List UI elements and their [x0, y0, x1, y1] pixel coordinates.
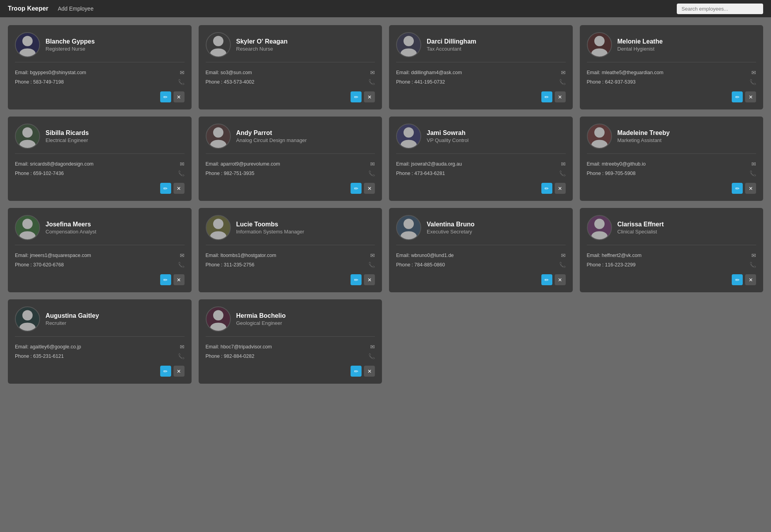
phone-row: Phone : 583-749-7198 📞	[15, 79, 185, 85]
employee-card: Clarissa Effnert Clinical Specialist Ema…	[580, 208, 764, 292]
employee-card: Valentina Bruno Executive Secretary Emai…	[389, 208, 573, 292]
add-employee-button[interactable]: Add Employee	[58, 5, 93, 12]
delete-button[interactable]: ✕	[174, 91, 185, 102]
phone-icon: 📞	[559, 262, 566, 268]
delete-button[interactable]: ✕	[745, 91, 756, 102]
delete-button[interactable]: ✕	[364, 274, 375, 285]
employee-name: Valentina Bruno	[427, 220, 475, 229]
phone-value: Phone : 441-195-0732	[396, 79, 445, 85]
employee-name: Andy Parrot	[236, 129, 307, 137]
delete-button[interactable]: ✕	[174, 366, 185, 377]
employee-title: Registered Nurse	[46, 46, 95, 52]
email-row: Email: jsowrah2@auda.org.au ✉	[396, 161, 566, 167]
edit-button[interactable]: ✏	[351, 91, 362, 102]
email-value: Email: wbruno0@lund1.de	[396, 253, 454, 258]
employee-name: Blanche Gyppes	[46, 38, 95, 46]
edit-button[interactable]: ✏	[351, 274, 362, 285]
phone-value: Phone : 311-235-2756	[206, 262, 254, 268]
avatar	[15, 306, 40, 332]
edit-button[interactable]: ✏	[160, 366, 171, 377]
phone-icon: 📞	[368, 353, 375, 359]
delete-button[interactable]: ✕	[745, 274, 756, 285]
delete-button[interactable]: ✕	[364, 366, 375, 377]
svg-point-14	[594, 128, 604, 138]
svg-point-25	[19, 322, 35, 331]
email-icon: ✉	[751, 161, 756, 167]
phone-value: Phone : 635-231-6121	[15, 353, 64, 359]
card-header: Skyler O' Reagan Research Nurse	[206, 32, 375, 57]
card-actions: ✏ ✕	[15, 274, 185, 285]
card-header: Andy Parrot Analog Circuit Design manage…	[206, 124, 375, 149]
employee-card: Skyler O' Reagan Research Nurse Email: s…	[199, 25, 382, 109]
card-details: Email: bgyppes0@shinystat.com ✉ Phone : …	[15, 69, 185, 85]
email-row: Email: agaitley6@google.co.jp ✉	[15, 344, 185, 350]
card-info: Skyler O' Reagan Research Nurse	[236, 38, 288, 52]
svg-point-4	[404, 36, 414, 46]
phone-value: Phone : 969-705-5908	[587, 171, 636, 176]
card-details: Email: jsowrah2@auda.org.au ✉ Phone : 47…	[396, 161, 566, 177]
edit-button[interactable]: ✏	[351, 366, 362, 377]
avatar	[587, 32, 612, 57]
avatar	[587, 124, 612, 149]
edit-button[interactable]: ✏	[541, 183, 552, 194]
divider	[206, 62, 375, 62]
phone-icon: 📞	[368, 79, 375, 85]
employee-title: Dental Hygienist	[618, 46, 663, 52]
card-info: Blanche Gyppes Registered Nurse	[46, 38, 95, 52]
card-details: Email: hboc7@tripadvisor.com ✉ Phone : 9…	[206, 344, 375, 359]
phone-icon: 📞	[178, 170, 185, 177]
phone-value: Phone : 982-751-3935	[206, 171, 254, 176]
divider	[15, 62, 185, 62]
card-details: Email: wbruno0@lund1.de ✉ Phone : 784-88…	[396, 252, 566, 268]
divider	[587, 153, 756, 154]
app-brand: Troop Keeper	[8, 5, 48, 12]
divider	[396, 62, 566, 62]
email-row: Email: heffnert2@vk.com ✉	[587, 252, 756, 259]
delete-button[interactable]: ✕	[174, 183, 185, 194]
delete-button[interactable]: ✕	[174, 274, 185, 285]
email-value: Email: ddillingham4@ask.com	[396, 70, 462, 75]
card-info: Andy Parrot Analog Circuit Design manage…	[236, 129, 307, 143]
email-value: Email: jmeers1@squarespace.com	[15, 253, 91, 258]
phone-row: Phone : 635-231-6121 📞	[15, 353, 185, 359]
card-actions: ✏ ✕	[206, 183, 375, 194]
search-container	[677, 4, 763, 14]
card-info: Jami Sowrah VP Quality Control	[427, 129, 469, 143]
divider	[15, 153, 185, 154]
delete-button[interactable]: ✕	[555, 274, 566, 285]
email-icon: ✉	[561, 252, 566, 259]
edit-button[interactable]: ✏	[541, 91, 552, 102]
edit-button[interactable]: ✏	[541, 274, 552, 285]
employee-title: Compensation Analyst	[46, 229, 96, 235]
delete-button[interactable]: ✕	[555, 91, 566, 102]
delete-button[interactable]: ✕	[555, 183, 566, 194]
phone-row: Phone : 982-884-0282 📞	[206, 353, 375, 359]
edit-button[interactable]: ✏	[732, 91, 743, 102]
delete-button[interactable]: ✕	[364, 183, 375, 194]
card-details: Email: agaitley6@google.co.jp ✉ Phone : …	[15, 344, 185, 359]
edit-button[interactable]: ✏	[732, 183, 743, 194]
phone-row: Phone : 311-235-2756 📞	[206, 262, 375, 268]
edit-button[interactable]: ✏	[160, 183, 171, 194]
email-icon: ✉	[561, 161, 566, 167]
email-icon: ✉	[751, 69, 756, 76]
edit-button[interactable]: ✏	[351, 183, 362, 194]
edit-button[interactable]: ✏	[160, 91, 171, 102]
phone-value: Phone : 453-573-4002	[206, 79, 254, 85]
email-value: Email: sricards8@dagondesign.com	[15, 161, 93, 167]
card-info: Melonie Leathe Dental Hygienist	[618, 38, 663, 52]
edit-button[interactable]: ✏	[732, 274, 743, 285]
delete-button[interactable]: ✕	[364, 91, 375, 102]
search-input[interactable]	[677, 4, 763, 14]
card-details: Email: mleathe5@theguardian.com ✉ Phone …	[587, 69, 756, 85]
email-row: Email: ddillingham4@ask.com ✉	[396, 69, 566, 76]
employee-name: Jami Sowrah	[427, 129, 469, 137]
employee-card: Sibilla Ricards Electrical Engineer Emai…	[8, 117, 192, 201]
card-actions: ✏ ✕	[396, 274, 566, 285]
delete-button[interactable]: ✕	[745, 183, 756, 194]
svg-point-20	[404, 219, 414, 229]
employee-name: Hermia Bochelio	[236, 312, 286, 320]
edit-button[interactable]: ✏	[160, 274, 171, 285]
email-value: Email: bgyppes0@shinystat.com	[15, 70, 86, 75]
card-info: Josefina Meers Compensation Analyst	[46, 220, 96, 235]
